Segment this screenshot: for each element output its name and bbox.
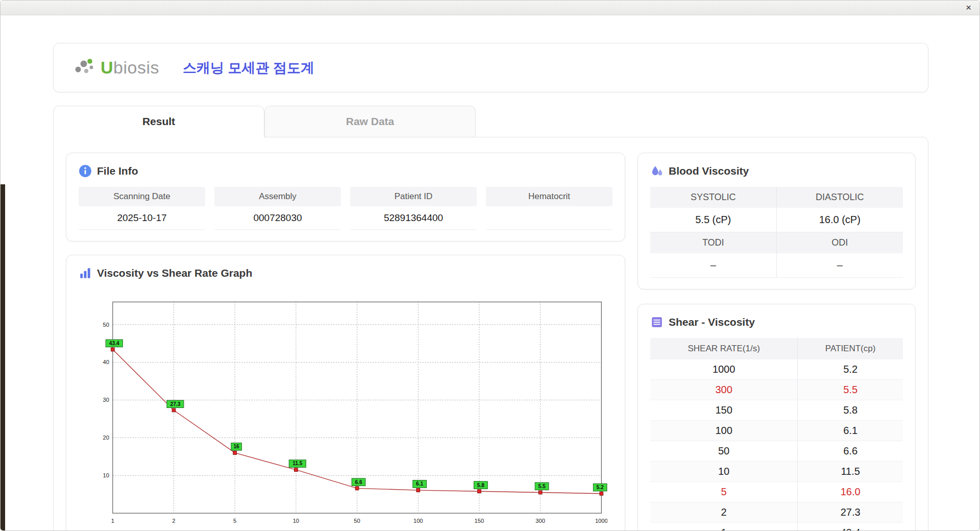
page-title: 스캐닝 모세관 점도계 [183, 59, 314, 77]
app-header-card: Ubiosis 스캐닝 모세관 점도계 [53, 43, 928, 92]
graph-title: Viscosity vs Shear Rate Graph [97, 267, 252, 279]
shear-rate-cell: 50 [650, 441, 798, 462]
result-panel: File Info Scanning Date 2025-10-17 Assem… [53, 137, 928, 531]
svg-text:43.4: 43.4 [109, 341, 119, 346]
patient-cell: 5.5 [798, 380, 903, 400]
patient-cell: 6.6 [798, 441, 903, 462]
svg-text:5: 5 [233, 518, 236, 524]
graph-header: Viscosity vs Shear Rate Graph [79, 267, 612, 280]
systolic-value: 5.5 (cP) [650, 208, 777, 232]
blood-viscosity-grid: SYSTOLIC DIASTOLIC 5.5 (cP) 16.0 (cP) TO… [650, 187, 903, 278]
logo-text: Ubiosis [101, 58, 159, 78]
svg-text:1000: 1000 [595, 518, 607, 524]
tab-raw-data[interactable]: Raw Data [264, 106, 476, 137]
diastolic-value: 16.0 (cP) [777, 208, 903, 232]
systolic-label: SYSTOLIC [650, 187, 777, 208]
table-header-row: SHEAR RATE(1/s) PATIENT(cp) [650, 338, 903, 359]
field-scanning-date: Scanning Date 2025-10-17 [79, 187, 205, 230]
shear-table-body: 10005.23005.51505.81006.1506.61011.5516.… [650, 359, 903, 531]
svg-text:20: 20 [103, 435, 109, 441]
app-window: × Ubiosis 스캐닝 모세관 점도계 Result Raw Data [0, 0, 980, 531]
svg-text:6.1: 6.1 [416, 481, 423, 487]
table-row: 10005.2 [650, 359, 903, 380]
todi-label: TODI [650, 232, 777, 253]
svg-text:27.3: 27.3 [170, 401, 180, 407]
shear-rate-column-header: SHEAR RATE(1/s) [650, 338, 798, 359]
viscosity-graph-card: Viscosity vs Shear Rate Graph 1020304050… [66, 255, 625, 531]
shear-viscosity-header: Shear - Viscosity [650, 316, 903, 329]
field-value: 2025-10-17 [79, 206, 205, 230]
window-titlebar: × [1, 1, 979, 15]
table-row: 143.4 [650, 523, 903, 531]
blood-drop-icon [650, 164, 664, 178]
field-value [486, 206, 612, 230]
field-assembly: Assembly 000728030 [214, 187, 341, 230]
svg-text:30: 30 [103, 397, 109, 403]
shear-viscosity-card: Shear - Viscosity SHEAR RATE(1/s) PATIEN… [638, 304, 916, 531]
blood-viscosity-header: Blood Viscosity [650, 164, 903, 178]
svg-text:2: 2 [172, 518, 175, 524]
shear-rate-cell: 5 [650, 482, 798, 502]
field-label: Patient ID [350, 187, 477, 206]
svg-text:150: 150 [475, 518, 484, 524]
table-row: 1505.8 [650, 400, 903, 421]
bar-chart-icon [79, 267, 92, 280]
logo-leaf-icon [73, 57, 96, 79]
svg-text:5.8: 5.8 [477, 482, 484, 488]
shear-rate-cell: 1000 [650, 359, 798, 380]
shear-rate-cell: 100 [650, 421, 798, 441]
blood-viscosity-title: Blood Viscosity [669, 165, 749, 177]
background-desktop-edge [1, 184, 5, 530]
ubiosis-logo: Ubiosis [73, 57, 159, 79]
svg-text:40: 40 [103, 359, 109, 366]
left-column: File Info Scanning Date 2025-10-17 Assem… [66, 153, 625, 531]
svg-text:6.6: 6.6 [355, 479, 362, 485]
viscosity-chart: 10203040501251050100150300100043.427.316… [92, 292, 607, 530]
field-patient-id: Patient ID 52891364400 [350, 187, 477, 230]
field-label: Hematocrit [486, 187, 612, 206]
chart-container: 10203040501251050100150300100043.427.316… [79, 289, 612, 530]
tab-bar: Result Raw Data [53, 106, 928, 137]
field-label: Scanning Date [79, 187, 205, 206]
shear-rate-cell: 2 [650, 502, 798, 523]
shear-rate-cell: 10 [650, 462, 798, 482]
svg-text:50: 50 [103, 322, 109, 328]
table-row: 1011.5 [650, 462, 903, 482]
shear-rate-cell: 300 [650, 380, 798, 400]
patient-cell: 16.0 [798, 482, 903, 502]
table-row: 1006.1 [650, 421, 903, 441]
blood-viscosity-card: Blood Viscosity SYSTOLIC DIASTOLIC 5.5 (… [638, 153, 916, 289]
info-icon [79, 164, 92, 178]
table-row: 3005.5 [650, 380, 903, 400]
file-info-fields: Scanning Date 2025-10-17 Assembly 000728… [79, 187, 612, 230]
table-row: 516.0 [650, 482, 903, 502]
shear-viscosity-table: SHEAR RATE(1/s) PATIENT(cp) 10005.23005.… [650, 338, 903, 531]
file-info-title: File Info [97, 165, 138, 177]
field-value: 52891364400 [350, 206, 477, 230]
odi-label: ODI [777, 232, 903, 253]
page-content: Ubiosis 스캐닝 모세관 점도계 Result Raw Data [1, 15, 979, 531]
shear-viscosity-title: Shear - Viscosity [669, 316, 755, 328]
svg-text:5.5: 5.5 [538, 484, 545, 489]
window-close-button[interactable]: × [966, 2, 971, 14]
right-column: Blood Viscosity SYSTOLIC DIASTOLIC 5.5 (… [638, 153, 916, 531]
svg-text:300: 300 [535, 518, 545, 524]
table-grid-icon [650, 316, 664, 329]
svg-text:1: 1 [111, 518, 114, 524]
patient-cell: 11.5 [798, 462, 903, 482]
svg-text:5.2: 5.2 [597, 485, 604, 490]
patient-cell: 5.2 [798, 359, 903, 380]
field-label: Assembly [214, 187, 341, 206]
table-row: 227.3 [650, 502, 903, 523]
field-hematocrit: Hematocrit [486, 187, 612, 230]
patient-cell: 5.8 [798, 400, 903, 421]
odi-value: – [777, 253, 903, 278]
svg-text:100: 100 [413, 518, 423, 524]
table-row: 506.6 [650, 441, 903, 462]
svg-text:50: 50 [354, 518, 360, 524]
svg-text:10: 10 [103, 472, 109, 478]
svg-text:16: 16 [233, 444, 239, 449]
patient-cell: 43.4 [798, 523, 903, 531]
svg-text:10: 10 [293, 518, 299, 524]
tab-result[interactable]: Result [53, 106, 264, 137]
